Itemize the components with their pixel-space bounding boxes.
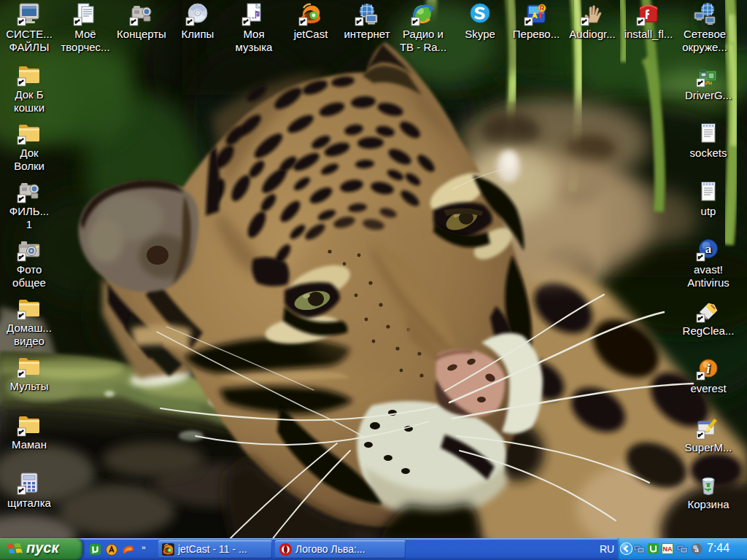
- svg-text:a: a: [694, 545, 699, 553]
- svg-text:NA: NA: [663, 545, 673, 553]
